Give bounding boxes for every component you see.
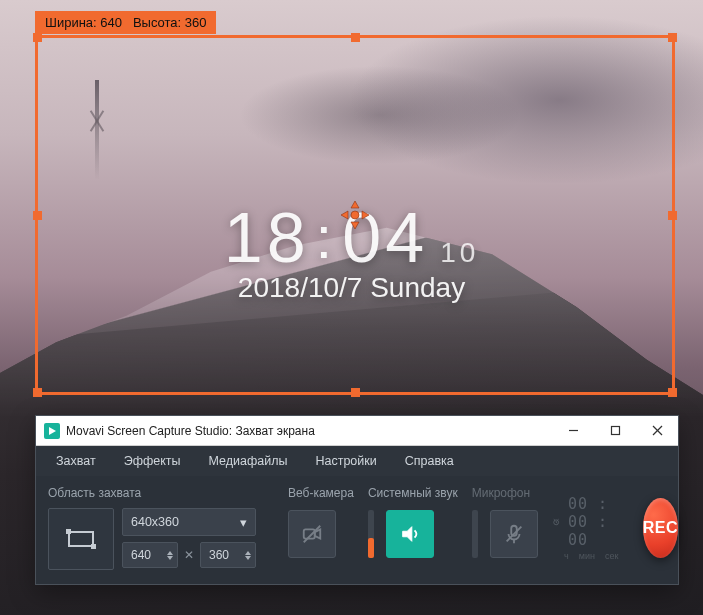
svg-line-13 <box>304 526 321 543</box>
microphone-toggle[interactable] <box>490 510 538 558</box>
svg-line-22 <box>557 519 558 520</box>
svg-line-21 <box>553 519 554 520</box>
menu-media[interactable]: Медиафайлы <box>194 446 301 476</box>
preset-value: 640x360 <box>131 515 179 529</box>
record-button[interactable]: REC <box>643 498 678 558</box>
width-input[interactable]: 640 <box>122 542 178 568</box>
timer-value: 00 : 00 : 00 <box>568 495 631 549</box>
minimize-button[interactable] <box>552 416 594 446</box>
dimension-separator-icon: ✕ <box>184 548 194 562</box>
menu-capture[interactable]: Захват <box>42 446 110 476</box>
svg-marker-3 <box>362 211 369 219</box>
select-region-button[interactable] <box>48 508 114 570</box>
svg-marker-14 <box>403 527 412 542</box>
svg-marker-1 <box>351 222 359 229</box>
system-sound-level[interactable] <box>368 510 374 558</box>
clock-hours: 18 <box>224 198 310 278</box>
svg-marker-0 <box>351 201 359 208</box>
record-controls: 00 : 00 : 00 чминсек REC <box>552 486 682 570</box>
scheduler[interactable]: 00 : 00 : 00 чминсек <box>552 495 631 561</box>
record-button-label: REC <box>643 519 678 537</box>
chevron-down-icon: ▾ <box>240 515 247 530</box>
window-title: Movavi Screen Capture Studio: Захват экр… <box>66 424 552 438</box>
system-sound-toggle[interactable] <box>386 510 434 558</box>
system-sound-section: Системный звук <box>368 486 458 570</box>
clock-seconds: 10 <box>440 237 479 269</box>
capture-area-section: Область захвата 640x360 ▾ 640 ✕ <box>48 486 256 570</box>
clock-date: 2018/10/7 Sunday <box>0 272 703 304</box>
wallpaper-tower <box>95 80 99 180</box>
svg-rect-8 <box>611 427 619 435</box>
webcam-section: Веб-камера <box>288 486 354 570</box>
svg-marker-2 <box>341 211 348 219</box>
svg-line-20 <box>556 522 557 523</box>
menu-settings[interactable]: Настройки <box>301 446 390 476</box>
svg-point-4 <box>351 211 359 219</box>
webcam-label: Веб-камера <box>288 486 354 500</box>
system-sound-label: Системный звук <box>368 486 458 500</box>
resolution-preset-dropdown[interactable]: 640x360 ▾ <box>122 508 256 536</box>
height-input[interactable]: 360 <box>200 542 256 568</box>
menubar: Захват Эффекты Медиафайлы Настройки Спра… <box>36 446 678 476</box>
app-window: Movavi Screen Capture Studio: Захват экр… <box>35 415 679 585</box>
timer-units: чминсек <box>564 551 618 561</box>
menu-effects[interactable]: Эффекты <box>110 446 195 476</box>
maximize-button[interactable] <box>594 416 636 446</box>
menu-help[interactable]: Справка <box>391 446 468 476</box>
webcam-toggle[interactable] <box>288 510 336 558</box>
clock-colon: : <box>316 203 337 272</box>
capture-area-label: Область захвата <box>48 486 256 500</box>
microphone-section: Микрофон <box>472 486 538 570</box>
alarm-clock-icon <box>552 514 560 530</box>
move-region-handle[interactable] <box>340 200 370 230</box>
app-icon <box>44 423 60 439</box>
control-panel: Область захвата 640x360 ▾ 640 ✕ <box>36 476 678 584</box>
capture-dimensions-label: Ширина: 640 Высота: 360 <box>35 11 216 34</box>
close-button[interactable] <box>636 416 678 446</box>
titlebar[interactable]: Movavi Screen Capture Studio: Захват экр… <box>36 416 678 446</box>
microphone-level[interactable] <box>472 510 478 558</box>
microphone-label: Микрофон <box>472 486 530 500</box>
